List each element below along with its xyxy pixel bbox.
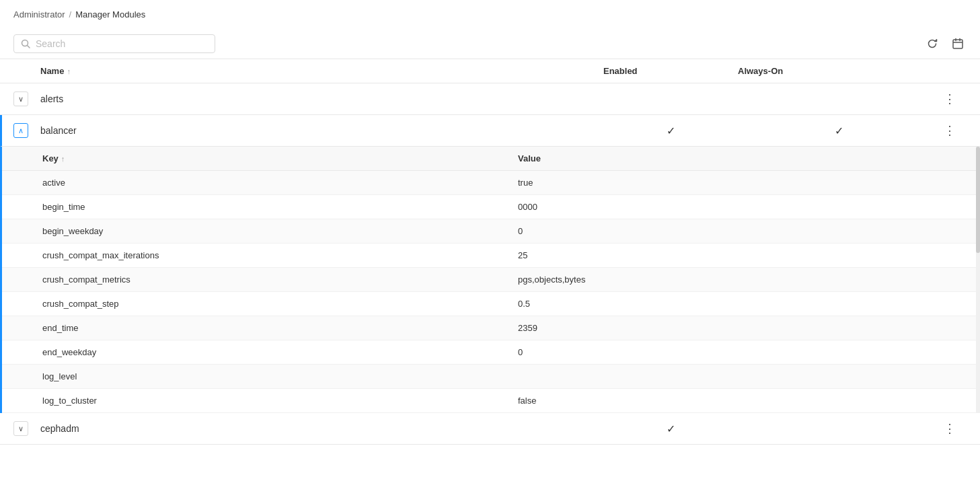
module-row-balancer[interactable]: ∧ balancer ✓ ✓ ⋮ [0,115,980,147]
enabled-col-balancer: ✓ [603,124,738,137]
breadcrumb: Administrator / Manager Modules [0,0,980,29]
toolbar-icons [924,35,967,52]
detail-key-end-time: end_time [42,323,491,333]
more-button-alerts[interactable]: ⋮ [940,90,960,108]
detail-key-active: active [42,178,491,188]
expand-col-balancer: ∧ [13,123,40,138]
actions-col-alerts: ⋮ [940,90,967,108]
module-name-balancer: balancer [40,125,603,136]
detail-key-log-level: log_level [42,371,491,381]
detail-value-begin-time: 0000 [518,202,967,212]
detail-header-key: Key ↑ [42,153,491,163]
sort-icon: ↑ [67,67,71,75]
actions-col-cephadm: ⋮ [940,420,967,437]
detail-key-crush-step: crush_compat_step [42,299,491,309]
actions-col-balancer: ⋮ [940,122,967,139]
balancer-detail-section: Key ↑ Value active true begin_time 0000 … [0,147,980,413]
svg-rect-2 [953,40,963,48]
scrollbar-track[interactable] [976,147,980,413]
search-input[interactable] [36,38,208,49]
search-icon [21,39,30,48]
detail-value-log-cluster: false [518,396,967,406]
table-header: Name ↑ Enabled Always-On [0,59,980,83]
breadcrumb-admin[interactable]: Administrator [13,9,65,20]
detail-row-crush-max: crush_compat_max_iterations 25 [2,244,980,268]
breadcrumb-separator: / [69,9,72,20]
detail-key-log-cluster: log_to_cluster [42,396,491,406]
refresh-button[interactable] [924,35,941,52]
search-box [13,34,215,53]
detail-key-begin-weekday: begin_weekday [42,226,491,236]
detail-header: Key ↑ Value [2,147,980,171]
header-actions-col [940,66,967,76]
detail-value-end-time: 2359 [518,323,967,333]
detail-value-active: true [518,178,967,188]
header-enabled: Enabled [603,66,738,76]
detail-key-end-weekday: end_weekday [42,347,491,357]
module-name-cephadm: cephadm [40,423,603,434]
refresh-icon [926,38,938,50]
expand-button-cephadm[interactable]: ∨ [13,421,28,436]
calendar-icon [952,38,964,50]
toolbar [0,29,980,59]
header-always-on: Always-On [738,66,940,76]
breadcrumb-current: Manager Modules [75,9,145,20]
detail-row-crush-metrics: crush_compat_metrics pgs,objects,bytes [2,268,980,292]
expand-button-balancer[interactable]: ∧ [13,123,28,138]
modules-table: Name ↑ Enabled Always-On ∨ alerts ⋮ ∧ [0,59,980,445]
detail-row-begin-time: begin_time 0000 [2,195,980,219]
detail-row-log-cluster: log_to_cluster false [2,389,980,413]
detail-key-crush-metrics: crush_compat_metrics [42,274,491,285]
expand-col: ∨ [13,91,40,106]
more-button-cephadm[interactable]: ⋮ [940,420,960,437]
detail-value-crush-max: 25 [518,250,967,260]
detail-row-log-level: log_level [2,365,980,389]
chevron-up-icon: ∧ [18,126,24,135]
calendar-button[interactable] [949,35,967,52]
expand-col-cephadm: ∨ [13,421,40,436]
detail-row-begin-weekday: begin_weekday 0 [2,219,980,244]
detail-row-crush-step: crush_compat_step 0.5 [2,292,980,316]
detail-value-end-weekday: 0 [518,347,967,357]
detail-header-spacer [491,153,518,163]
more-button-balancer[interactable]: ⋮ [940,122,960,139]
expand-button-alerts[interactable]: ∨ [13,91,28,106]
header-expand-col [13,66,40,76]
detail-value-crush-metrics: pgs,objects,bytes [518,274,967,285]
module-row-alerts[interactable]: ∨ alerts ⋮ [0,83,980,115]
header-name: Name ↑ [40,66,603,76]
detail-header-value: Value [518,153,967,163]
detail-sort-icon: ↑ [61,155,65,163]
detail-row-end-weekday: end_weekday 0 [2,340,980,365]
detail-key-crush-max: crush_compat_max_iterations [42,250,491,260]
detail-key-begin-time: begin_time [42,202,491,212]
module-name-alerts: alerts [40,94,603,104]
detail-value-begin-weekday: 0 [518,226,967,236]
always-on-col-balancer: ✓ [738,124,940,137]
chevron-down-icon-cephadm: ∨ [18,425,24,433]
svg-line-1 [28,46,30,48]
detail-row-end-time: end_time 2359 [2,316,980,340]
scrollbar-thumb[interactable] [976,147,980,253]
enabled-col-cephadm: ✓ [603,422,738,435]
chevron-down-icon: ∨ [18,95,24,104]
detail-row-active: active true [2,171,980,195]
module-row-cephadm[interactable]: ∨ cephadm ✓ ⋮ [0,413,980,445]
detail-value-crush-step: 0.5 [518,299,967,309]
